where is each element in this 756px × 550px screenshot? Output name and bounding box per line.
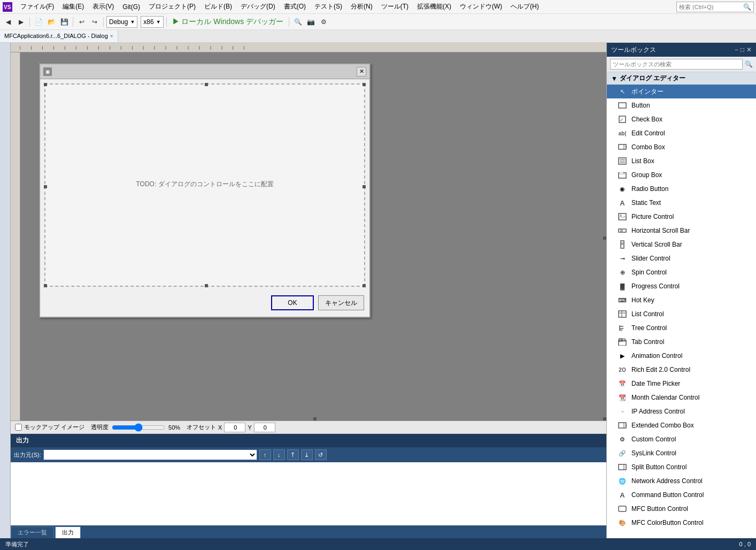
static-text-icon: A xyxy=(618,198,627,207)
platform-dropdown[interactable]: x86 ▼ xyxy=(141,16,163,28)
canvas-handle-br[interactable] xyxy=(603,417,606,421)
toolbox-item-button[interactable]: Button xyxy=(607,98,756,112)
menu-git[interactable]: Git(G) xyxy=(118,2,144,12)
global-search-input[interactable] xyxy=(679,4,743,10)
toolbar-undo-btn[interactable]: ↩ xyxy=(76,16,88,28)
output-btn-3[interactable]: ⤒ xyxy=(287,449,299,460)
bottom-tabs: エラー一覧 出力 xyxy=(11,525,606,538)
toolbox-item-vscroll[interactable]: Vertical Scroll Bar xyxy=(607,238,756,251)
toolbox-pin-btn[interactable]: − xyxy=(735,46,738,54)
menu-edit[interactable]: 編集(E) xyxy=(58,1,88,12)
toolbox-close-btn[interactable]: ✕ xyxy=(746,46,752,54)
resize-handle-bm[interactable] xyxy=(205,284,208,287)
toolbar-forward-btn[interactable]: ▶ xyxy=(15,16,27,28)
menu-help[interactable]: ヘルプ(H) xyxy=(506,1,543,12)
canvas-handle-bottom[interactable] xyxy=(313,417,317,421)
output-btn-1[interactable]: ↑ xyxy=(259,449,271,460)
offset-y-input[interactable] xyxy=(254,423,275,432)
mockup-checkbox-container[interactable]: モックアップ イメージ xyxy=(15,423,84,431)
menu-format[interactable]: 書式(O) xyxy=(280,1,310,12)
resize-handle-tl[interactable] xyxy=(44,83,47,86)
toolbox-item-monthcal[interactable]: 📆 Month Calendar Control xyxy=(607,391,756,404)
toolbox-item-mfcbtn[interactable]: MFC Button Control xyxy=(607,502,756,516)
toolbar-save-btn[interactable]: 💾 xyxy=(58,16,70,28)
toolbar-back-btn[interactable]: ◀ xyxy=(2,16,14,28)
toolbox-restore-btn[interactable]: □ xyxy=(740,46,744,54)
toolbox-item-pointer[interactable]: ↖ ポインター xyxy=(607,85,756,98)
global-search-box[interactable]: 🔍 xyxy=(676,2,754,12)
menu-tools[interactable]: ツール(T) xyxy=(377,1,413,12)
menu-project[interactable]: プロジェクト(P) xyxy=(144,1,200,12)
menu-test[interactable]: テスト(S) xyxy=(310,1,346,12)
resize-handle-tr[interactable] xyxy=(362,83,366,86)
output-btn-5[interactable]: ↺ xyxy=(315,449,327,460)
toolbox-item-combobox[interactable]: ▼ Combo Box xyxy=(607,140,756,154)
toolbox-item-slider[interactable]: ⊸ Slider Control xyxy=(607,251,756,265)
toolbox-item-progress[interactable]: ▓ Progress Control xyxy=(607,279,756,293)
toolbox-item-networkaddr[interactable]: 🌐 Network Address Control xyxy=(607,474,756,488)
canvas-handle-right[interactable] xyxy=(603,236,606,240)
toolbox-item-groupbox[interactable]: ___ Group Box xyxy=(607,168,756,182)
toolbox-item-spin[interactable]: ⊕ Spin Control xyxy=(607,265,756,279)
toolbox-item-listctrl[interactable]: List Control xyxy=(607,307,756,321)
menu-window[interactable]: ウィンドウ(W) xyxy=(456,1,506,12)
toolbox-search-input[interactable] xyxy=(610,59,743,70)
toolbox-category-dialog[interactable]: ▼ ダイアログ エディター xyxy=(607,72,756,85)
tab-close-btn[interactable]: × xyxy=(110,33,113,39)
opacity-slider[interactable] xyxy=(112,423,165,432)
toolbox-item-animation[interactable]: ▶ Animation Control xyxy=(607,349,756,363)
menu-file[interactable]: ファイル(F) xyxy=(16,1,58,12)
output-btn-2[interactable]: ↓ xyxy=(273,449,285,460)
toolbox-item-hotkey[interactable]: ⌨ Hot Key xyxy=(607,293,756,307)
resize-handle-mr[interactable] xyxy=(362,185,366,188)
toolbox-item-static[interactable]: A Static Text xyxy=(607,196,756,210)
toolbox-item-datetimepicker[interactable]: 📅 Date Time Picker xyxy=(607,377,756,391)
toolbox-item-splitbtn[interactable]: Split Button Control xyxy=(607,460,756,474)
dialog-cancel-button[interactable]: キャンセル xyxy=(318,295,364,310)
toolbox-item-extcombo[interactable]: ▼ Extended Combo Box xyxy=(607,418,756,432)
toolbox-item-richedit[interactable]: 2O Rich Edit 2.0 Control xyxy=(607,363,756,377)
toolbox-item-radio[interactable]: ◉ Radio Button xyxy=(607,182,756,196)
toolbar-extra-3[interactable]: ⚙ xyxy=(318,16,329,28)
toolbox-item-ipaddress[interactable]: ··· IP Address Control xyxy=(607,404,756,418)
menu-debug[interactable]: デバッグ(D) xyxy=(236,1,280,12)
dialog-ok-button[interactable]: OK xyxy=(271,295,314,310)
dialog-close-button[interactable]: ✕ xyxy=(357,67,366,77)
menu-view[interactable]: 表示(V) xyxy=(88,1,118,12)
mockup-checkbox[interactable] xyxy=(15,424,22,431)
toolbox-item-tab[interactable]: Tab Control xyxy=(607,335,756,349)
toolbar-open-btn[interactable]: 📂 xyxy=(45,16,57,28)
run-button[interactable]: ▶ ローカル Windows デバッガー xyxy=(169,17,286,27)
output-source-select[interactable] xyxy=(43,449,257,460)
menu-extensions[interactable]: 拡張機能(X) xyxy=(413,1,456,12)
resize-handle-ml[interactable] xyxy=(44,185,47,188)
toolbox-item-tree[interactable]: Tree Control xyxy=(607,321,756,335)
toolbar-extra-1[interactable]: 🔍 xyxy=(292,16,304,28)
menu-analyze[interactable]: 分析(N) xyxy=(346,1,377,12)
dialog-content-area[interactable]: TODO: ダイアログのコントロールをここに配置 xyxy=(44,83,365,287)
status-text: 準備完了 xyxy=(5,540,29,548)
toolbox-item-syslink[interactable]: 🔗 SysLink Control xyxy=(607,446,756,460)
toolbox-item-cmdbtn[interactable]: A Command Button Control xyxy=(607,488,756,502)
toolbox-item-hscroll[interactable]: Horizontal Scroll Bar xyxy=(607,224,756,238)
bottom-tab-errors[interactable]: エラー一覧 xyxy=(11,526,54,538)
toolbar-redo-btn[interactable]: ↪ xyxy=(89,16,101,28)
resize-handle-bl[interactable] xyxy=(44,284,47,287)
menu-build[interactable]: ビルド(B) xyxy=(200,1,236,12)
offset-x-input[interactable] xyxy=(224,423,245,432)
toolbox-item-custom[interactable]: ⚙ Custom Control xyxy=(607,432,756,446)
toolbar-new-btn[interactable]: 📄 xyxy=(33,16,44,28)
output-btn-4[interactable]: ⤓ xyxy=(301,449,313,460)
resize-handle-tm[interactable] xyxy=(205,83,208,86)
debug-config-dropdown[interactable]: Debug ▼ xyxy=(106,16,137,28)
toolbox-item-checkbox[interactable]: ✓ Check Box xyxy=(607,112,756,126)
dialog-tab[interactable]: MFCApplication6.r...6_DIALOG - Dialog × xyxy=(0,30,118,42)
resize-handle-br[interactable] xyxy=(362,284,366,287)
toolbox-item-picture[interactable]: Picture Control xyxy=(607,210,756,224)
toolbar-extra-2[interactable]: 📷 xyxy=(305,16,317,28)
toolbox-item-listbox[interactable]: List Box xyxy=(607,154,756,168)
bottom-tab-output[interactable]: 出力 xyxy=(55,526,81,538)
dialog-canvas[interactable]: ▣ ✕ TODO: ダイアログのコントロールをここに配置 xyxy=(20,52,606,421)
toolbox-item-mfccolorbtn[interactable]: 🎨 MFC ColorButton Control xyxy=(607,516,756,530)
toolbox-item-edit[interactable]: ab| Edit Control xyxy=(607,126,756,140)
